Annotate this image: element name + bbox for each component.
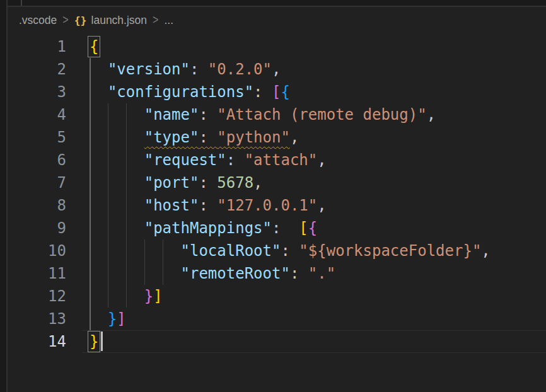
indent-guide <box>163 262 164 285</box>
line-number[interactable]: 6 <box>8 149 66 171</box>
code-line[interactable]: 9"pathMappings": [{ <box>8 217 546 239</box>
line-number[interactable]: 7 <box>8 171 66 194</box>
code-line[interactable]: 7"port": 5678, <box>8 171 546 194</box>
code-line-content[interactable]: "localRoot": "${workspaceFolder}", <box>90 239 546 262</box>
code-text: "host": "127.0.0.1", <box>90 197 327 214</box>
line-number[interactable]: 10 <box>8 239 66 262</box>
indent-guide <box>90 81 91 103</box>
line-number[interactable]: 8 <box>8 194 66 217</box>
indent-guide <box>90 239 91 262</box>
code-token: : <box>199 197 217 214</box>
tab-bar-edge <box>0 0 546 7</box>
matched-bracket: } <box>90 333 98 350</box>
code-token: "${workspaceFolder}" <box>299 242 481 260</box>
indent-guide <box>163 239 164 262</box>
code-line-content[interactable]: "version": "0.2.0", <box>90 58 546 81</box>
indent-guide <box>108 217 109 239</box>
code-token: : <box>190 61 208 78</box>
breadcrumb-symbol-ellipsis[interactable]: ... <box>164 14 173 27</box>
code-line[interactable]: 3"configurations": [{ <box>8 81 546 103</box>
code-line-content[interactable]: "remoteRoot": "." <box>90 262 546 285</box>
code-token: "port" <box>144 174 199 192</box>
code-token: : <box>199 174 217 192</box>
code-line-content[interactable]: { <box>90 35 546 58</box>
code-token: "remoteRoot" <box>180 265 289 282</box>
indent-guide <box>126 171 127 194</box>
code-token: "Attach (remote debug)" <box>217 106 426 124</box>
line-number[interactable]: 9 <box>8 217 66 239</box>
code-text: "name": "Attach (remote debug)", <box>90 106 436 124</box>
code-token: , <box>317 197 326 214</box>
code-token: { <box>308 219 317 237</box>
code-text: "type": "python", <box>90 129 299 146</box>
code-token: [ <box>272 83 281 101</box>
indent-guide <box>90 149 91 171</box>
indent-guide <box>126 194 127 217</box>
line-number[interactable]: 12 <box>8 285 66 308</box>
code-line[interactable]: 10"localRoot": "${workspaceFolder}", <box>8 239 546 262</box>
line-number[interactable]: 4 <box>8 103 66 126</box>
line-number[interactable]: 1 <box>8 35 66 58</box>
indent-guide <box>108 239 109 262</box>
code-token: ] <box>117 310 125 328</box>
code-line-content[interactable]: "type": "python", <box>90 126 546 149</box>
code-line[interactable]: 2"version": "0.2.0", <box>8 58 546 81</box>
code-line[interactable]: 13}] <box>8 308 546 330</box>
indent-guide <box>108 103 109 126</box>
breadcrumb-file[interactable]: launch.json <box>91 14 148 27</box>
line-number[interactable]: 14 <box>8 330 66 353</box>
indent-guide <box>126 262 127 285</box>
code-line-content[interactable]: "host": "127.0.0.1", <box>90 194 546 217</box>
code-token: "127.0.0.1" <box>217 197 317 214</box>
code-line[interactable]: 6"request": "attach", <box>8 149 546 171</box>
line-number[interactable]: 5 <box>8 126 66 149</box>
code-token: "host" <box>144 197 199 214</box>
line-number[interactable]: 13 <box>8 308 66 330</box>
code-line-content[interactable]: } <box>90 330 546 353</box>
code-token: , <box>253 174 262 192</box>
code-line-content[interactable]: "port": 5678, <box>90 171 546 194</box>
indent-guide <box>126 126 127 149</box>
code-line-content[interactable]: "request": "attach", <box>90 149 546 171</box>
indent-guide <box>90 171 91 194</box>
code-line-content[interactable]: "configurations": [{ <box>90 81 546 103</box>
code-token: , <box>290 129 299 146</box>
indent-guide <box>126 285 127 308</box>
code-line-content[interactable]: }] <box>90 308 546 330</box>
code-line[interactable]: 8"host": "127.0.0.1", <box>8 194 546 217</box>
line-number[interactable]: 3 <box>8 81 66 103</box>
code-token: "version" <box>108 61 190 78</box>
code-line[interactable]: 4"name": "Attach (remote debug)", <box>8 103 546 126</box>
editor-group-left-border <box>0 0 8 392</box>
indent-guide <box>90 217 91 239</box>
code-line-content[interactable]: }] <box>90 285 546 308</box>
code-token: "configurations" <box>108 83 253 101</box>
tab-separator <box>21 0 22 6</box>
chevron-right-icon: > <box>153 13 158 28</box>
code-line[interactable]: 14} <box>8 330 546 353</box>
breadcrumb-folder[interactable]: .vscode <box>19 14 57 27</box>
text-cursor <box>101 331 103 351</box>
indent-guide <box>90 285 91 308</box>
code-line[interactable]: 5"type": "python", <box>8 126 546 149</box>
code-token: "localRoot" <box>180 242 281 260</box>
code-token: : <box>253 83 272 101</box>
code-editor[interactable]: 1{2"version": "0.2.0",3"configurations":… <box>8 35 546 353</box>
code-text: "localRoot": "${workspaceFolder}", <box>90 242 491 260</box>
code-line[interactable]: 12}] <box>8 285 546 308</box>
code-text: }] <box>90 310 126 328</box>
json-object-icon[interactable]: {} <box>74 14 87 26</box>
code-line-content[interactable]: "pathMappings": [{ <box>90 217 546 239</box>
line-number[interactable]: 11 <box>8 262 66 285</box>
code-line-content[interactable]: "name": "Attach (remote debug)", <box>90 103 546 126</box>
indent-guide <box>90 308 91 330</box>
code-token: } <box>144 287 153 305</box>
code-token: "request" <box>144 151 226 169</box>
code-token: "name" <box>144 106 199 124</box>
code-line[interactable]: 11"remoteRoot": "." <box>8 262 546 285</box>
code-token: } <box>108 310 117 328</box>
line-number[interactable]: 2 <box>8 58 66 81</box>
vscode-editor-window: .vscode>{}launch.json>... 1{2"version": … <box>0 0 546 392</box>
code-line[interactable]: 1{ <box>8 35 546 58</box>
matched-bracket: { <box>90 38 98 55</box>
